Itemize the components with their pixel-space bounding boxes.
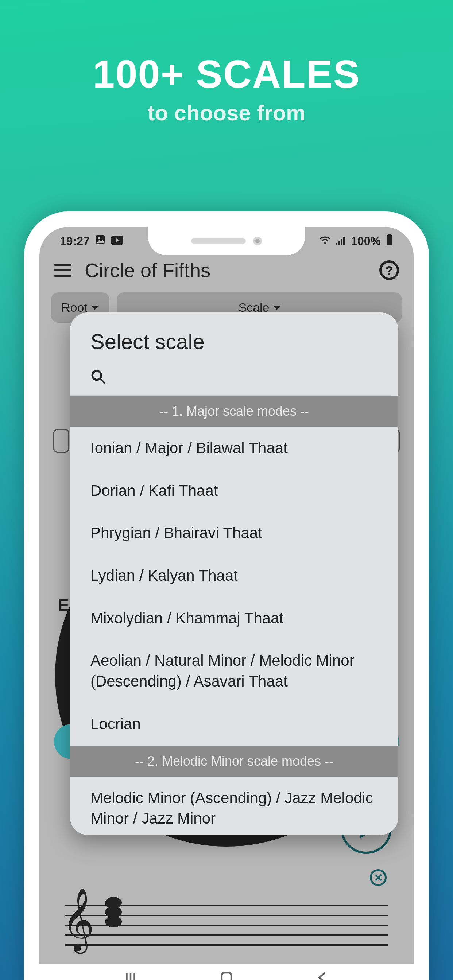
- app-title: Circle of Fifths: [85, 259, 366, 282]
- svg-rect-5: [341, 239, 342, 245]
- notch: [148, 227, 305, 255]
- chevron-down-icon: [273, 305, 281, 310]
- help-button[interactable]: ?: [379, 260, 399, 280]
- scale-item[interactable]: Melodic Minor (Ascending) / Jazz Melodic…: [70, 777, 398, 835]
- section-header: -- 1. Major scale modes --: [70, 396, 398, 427]
- scale-item[interactable]: Phrygian / Bhairavi Thaat: [70, 512, 398, 555]
- android-nav-bar: [39, 964, 414, 980]
- svg-rect-4: [338, 241, 340, 245]
- signal-icon: [335, 234, 346, 248]
- svg-rect-14: [222, 973, 231, 980]
- promo-banner: 100+ SCALES to choose from: [93, 51, 360, 126]
- svg-point-1: [98, 237, 100, 240]
- back-button[interactable]: [316, 971, 329, 980]
- wifi-icon: [319, 234, 330, 248]
- status-time: 19:27: [60, 234, 90, 248]
- svg-line-10: [100, 379, 104, 383]
- app-header: Circle of Fifths ?: [39, 255, 414, 293]
- svg-rect-7: [388, 234, 391, 235]
- status-battery-text: 100%: [351, 234, 381, 248]
- treble-clef-icon: 𝄞: [62, 892, 94, 947]
- svg-rect-6: [343, 237, 345, 245]
- select-scale-modal: Select scale -- 1. Major scale modes -- …: [70, 312, 398, 835]
- menu-button[interactable]: [54, 264, 72, 277]
- promo-subtitle: to choose from: [93, 100, 360, 126]
- battery-icon: [386, 234, 393, 248]
- youtube-icon: [111, 234, 123, 248]
- screen: 19:27 100%: [39, 227, 414, 980]
- flat-chip[interactable]: [53, 429, 69, 453]
- recents-button[interactable]: [124, 971, 137, 980]
- scale-item[interactable]: Aeolian / Natural Minor / Melodic Minor …: [70, 640, 398, 703]
- chevron-down-icon: [91, 305, 99, 310]
- speaker: [191, 239, 246, 243]
- scale-item[interactable]: Mixolydian / Khammaj Thaat: [70, 597, 398, 640]
- scale-item[interactable]: Locrian: [70, 703, 398, 746]
- phone-frame: 19:27 100%: [24, 212, 429, 980]
- svg-rect-3: [335, 243, 337, 245]
- scale-item[interactable]: Lydian / Kalyan Thaat: [70, 555, 398, 597]
- scale-item[interactable]: Ionian / Major / Bilawal Thaat: [70, 427, 398, 469]
- front-camera: [253, 237, 262, 245]
- music-staff: 𝄞: [65, 905, 388, 945]
- search-icon[interactable]: [91, 369, 104, 383]
- search-row: [70, 364, 391, 396]
- home-button[interactable]: [219, 970, 234, 980]
- modal-title: Select scale: [91, 329, 378, 354]
- close-staff-button[interactable]: ✕: [370, 869, 387, 886]
- scale-item[interactable]: Dorian / Kafi Thaat: [70, 469, 398, 512]
- photos-icon: [95, 234, 106, 248]
- circle-note-label: E: [57, 595, 69, 615]
- svg-rect-8: [387, 235, 392, 245]
- search-input[interactable]: [115, 368, 370, 384]
- section-header: -- 2. Melodic Minor scale modes --: [70, 746, 398, 777]
- promo-title: 100+ SCALES: [93, 51, 360, 97]
